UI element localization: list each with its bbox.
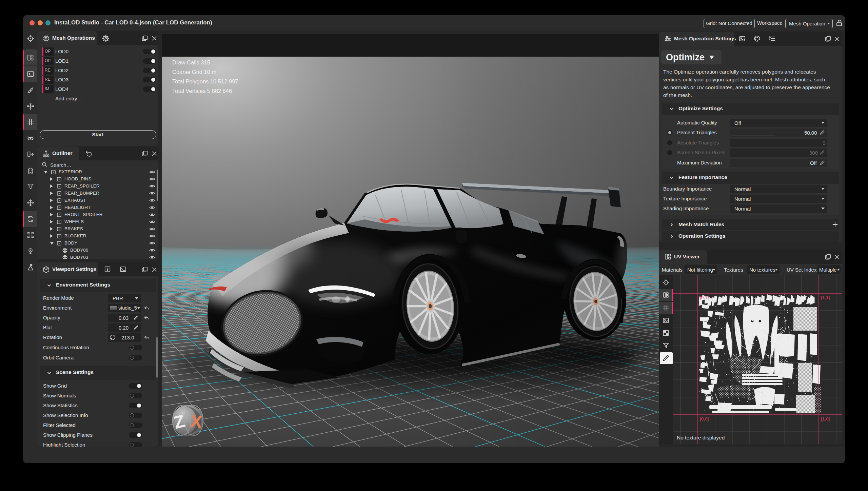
svg-text:Total Polygons 10 512 997: Total Polygons 10 512 997 <box>172 78 238 84</box>
svg-text:X: X <box>189 411 203 432</box>
svg-text:[1,1]: [1,1] <box>821 295 830 300</box>
svg-text:Draw Calls 315: Draw Calls 315 <box>172 59 210 65</box>
svg-text:[1,0]: [1,0] <box>821 416 830 421</box>
svg-text:[0,0]: [0,0] <box>700 416 709 421</box>
svg-text:Coarse Grid 10 m: Coarse Grid 10 m <box>172 69 216 75</box>
svg-text:[0,1]: [0,1] <box>700 295 709 300</box>
svg-text:Total Vertices 5 882 846: Total Vertices 5 882 846 <box>172 88 232 94</box>
